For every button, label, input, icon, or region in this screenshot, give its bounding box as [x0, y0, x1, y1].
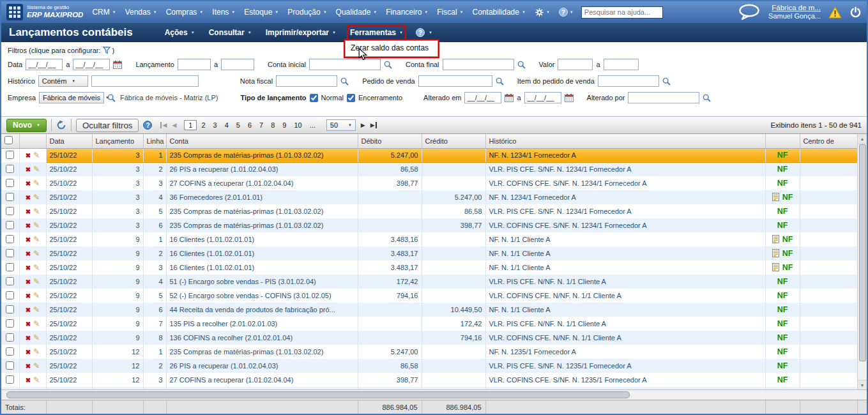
edit-icon[interactable]: ✎ — [33, 235, 40, 244]
edit-icon[interactable]: ✎ — [33, 165, 40, 174]
col-centro-header[interactable]: Centro de — [800, 134, 857, 148]
page-number-3[interactable]: 3 — [210, 120, 220, 130]
search-icon[interactable] — [496, 77, 504, 86]
billing-doc-icon[interactable] — [772, 235, 779, 243]
menu-compras[interactable]: Compras▼ — [166, 8, 204, 17]
nf-badge[interactable]: NF — [777, 319, 788, 328]
row-checkbox[interactable] — [6, 221, 14, 229]
col-historico-header[interactable]: Histórico — [485, 134, 765, 148]
page-menu-ações[interactable]: Ações▼ — [165, 28, 195, 37]
page-number-2[interactable]: 2 — [198, 120, 208, 130]
row-checkbox[interactable] — [6, 347, 14, 356]
search-icon[interactable] — [340, 77, 349, 86]
refresh-icon[interactable] — [56, 120, 66, 130]
page-number-7[interactable]: 7 — [256, 120, 266, 130]
row-checkbox[interactable] — [6, 207, 14, 215]
edit-icon[interactable]: ✎ — [33, 375, 40, 384]
alterado-em-to-input[interactable] — [524, 92, 561, 103]
table-row[interactable]: ✖✎ 25/10/22 3 5 235 Compras de matérias-… — [1, 204, 857, 218]
empresa-select[interactable]: Fábrica de móveis ▼ — [39, 92, 104, 103]
delete-icon[interactable]: ✖ — [26, 363, 31, 370]
nf-badge[interactable]: NF — [777, 221, 788, 230]
nf-badge[interactable]: NF — [782, 235, 793, 244]
search-icon[interactable] — [384, 61, 392, 69]
page-number-9[interactable]: 9 — [279, 120, 289, 130]
delete-icon[interactable]: ✖ — [26, 180, 31, 187]
delete-icon[interactable]: ✖ — [26, 194, 31, 201]
menu-itens[interactable]: Itens▼ — [212, 8, 235, 17]
table-row[interactable]: ✖✎ 25/10/22 9 3 16 Clientes (1.01.02.01.… — [1, 260, 857, 275]
lancamento-to-input[interactable] — [221, 59, 254, 70]
row-checkbox[interactable] — [6, 179, 14, 187]
alterado-em-from-input[interactable] — [464, 92, 501, 103]
search-icon[interactable] — [703, 94, 711, 102]
logout-power-icon[interactable] — [849, 6, 862, 19]
edit-icon[interactable]: ✎ — [33, 361, 40, 370]
menu-crm[interactable]: CRM▼ — [92, 8, 116, 17]
edit-icon[interactable]: ✎ — [33, 333, 40, 342]
item-pedido-input[interactable] — [598, 75, 659, 87]
next-page-button[interactable]: ▶ — [361, 123, 365, 128]
row-checkbox[interactable] — [6, 235, 14, 243]
scroll-up-button[interactable]: ▲ — [858, 134, 867, 144]
table-row[interactable]: ✖✎ 25/10/22 3 6 235 Compras de matérias-… — [1, 218, 857, 232]
edit-icon[interactable]: ✎ — [33, 179, 40, 188]
help-search-input[interactable] — [581, 6, 663, 19]
table-row[interactable]: ✖✎ 25/10/22 3 4 36 Fornecedores (2.01.01… — [1, 190, 857, 204]
calendar-icon[interactable] — [565, 94, 574, 102]
col-conta-header[interactable]: Conta — [166, 134, 358, 148]
edit-icon[interactable]: ✎ — [33, 207, 40, 216]
table-row[interactable]: ✖✎ 25/10/22 9 8 136 COFINS a recolher (2… — [1, 331, 857, 345]
page-number-5[interactable]: 5 — [233, 120, 243, 130]
edit-icon[interactable]: ✎ — [33, 249, 40, 258]
edit-icon[interactable]: ✎ — [33, 221, 40, 230]
calendar-icon[interactable] — [505, 94, 514, 102]
page-number-10[interactable]: 10 — [291, 120, 305, 130]
company-link[interactable]: Fábrica de m... — [768, 3, 821, 12]
edit-icon[interactable]: ✎ — [33, 263, 40, 272]
table-row[interactable]: ✖✎ 25/10/22 12 2 26 PIS a recuperar (1.0… — [1, 359, 857, 373]
menu-financeiro[interactable]: Financeiro▼ — [386, 8, 428, 17]
col-credito-header[interactable]: Crédito — [422, 134, 485, 148]
horizontal-scroll-thumb[interactable] — [6, 391, 630, 398]
edit-icon[interactable]: ✎ — [33, 151, 40, 160]
messages-icon[interactable] — [738, 4, 761, 20]
page-menu-imprimir-exportar[interactable]: Imprimir/exportar▼ — [266, 28, 336, 37]
delete-icon[interactable]: ✖ — [26, 349, 31, 356]
nf-badge[interactable]: NF — [782, 193, 793, 202]
nf-badge[interactable]: NF — [777, 179, 788, 188]
col-data-header[interactable]: Data — [46, 134, 92, 148]
delete-icon[interactable]: ✖ — [26, 208, 31, 215]
vertical-scroll-track[interactable] — [858, 144, 867, 380]
pedido-venda-input[interactable] — [418, 75, 492, 87]
table-row[interactable]: ✖✎ 25/10/22 12 1 235 Compras de matérias… — [1, 345, 857, 359]
table-row[interactable]: ✖✎ 25/10/22 9 2 16 Clientes (1.01.02.01.… — [1, 246, 857, 260]
prev-page-button[interactable]: ◀ — [172, 123, 176, 128]
delete-icon[interactable]: ✖ — [26, 377, 31, 384]
nf-badge[interactable]: NF — [777, 333, 788, 342]
historico-input[interactable] — [91, 75, 199, 87]
scroll-down-button[interactable]: ▼ — [858, 380, 867, 389]
col-linha-header[interactable]: Linha — [143, 134, 166, 148]
horizontal-scrollbar[interactable] — [1, 389, 867, 400]
col-lancamento-header[interactable]: Lançamento — [92, 134, 143, 148]
billing-doc-icon[interactable] — [772, 249, 779, 257]
nf-badge[interactable]: NF — [777, 291, 788, 300]
calendar-icon[interactable] — [113, 61, 122, 69]
row-checkbox[interactable] — [6, 319, 14, 328]
delete-icon[interactable]: ✖ — [26, 335, 31, 342]
app-logo-icon[interactable] — [6, 4, 23, 20]
conta-inicial-input[interactable] — [309, 59, 381, 70]
page-number-6[interactable]: 6 — [245, 120, 255, 130]
page-help-menu[interactable]: ? ▼ — [416, 28, 432, 37]
alerts-warning-icon[interactable] — [828, 6, 842, 19]
nf-badge[interactable]: NF — [777, 347, 788, 356]
help-icon[interactable]: ? — [143, 121, 152, 130]
col-debito-header[interactable]: Débito — [358, 134, 422, 148]
edit-icon[interactable]: ✎ — [33, 305, 40, 314]
table-row[interactable]: ✖✎ 25/10/22 9 4 51 (-) Encargo sobre ven… — [1, 275, 857, 289]
nf-badge[interactable]: NF — [777, 151, 788, 160]
page-number-4[interactable]: 4 — [222, 120, 232, 130]
row-checkbox[interactable] — [6, 333, 14, 342]
last-page-button[interactable]: ▶ — [370, 123, 377, 128]
